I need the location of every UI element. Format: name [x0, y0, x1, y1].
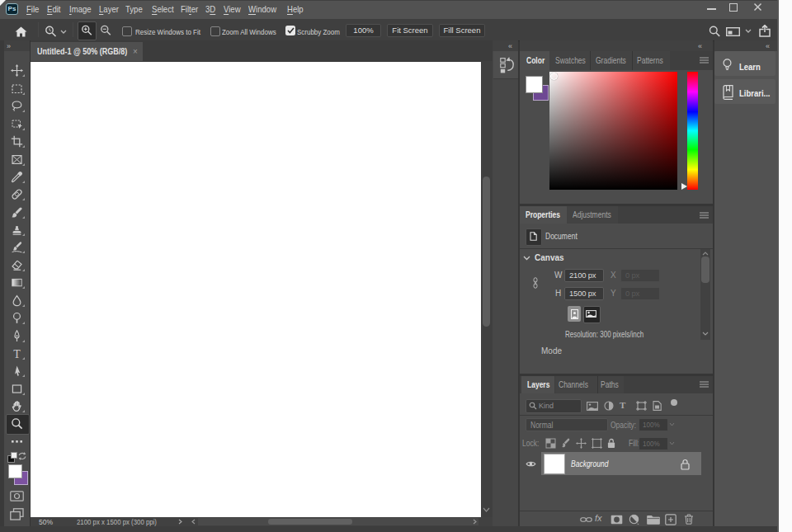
svg-text:T: T [13, 348, 21, 360]
